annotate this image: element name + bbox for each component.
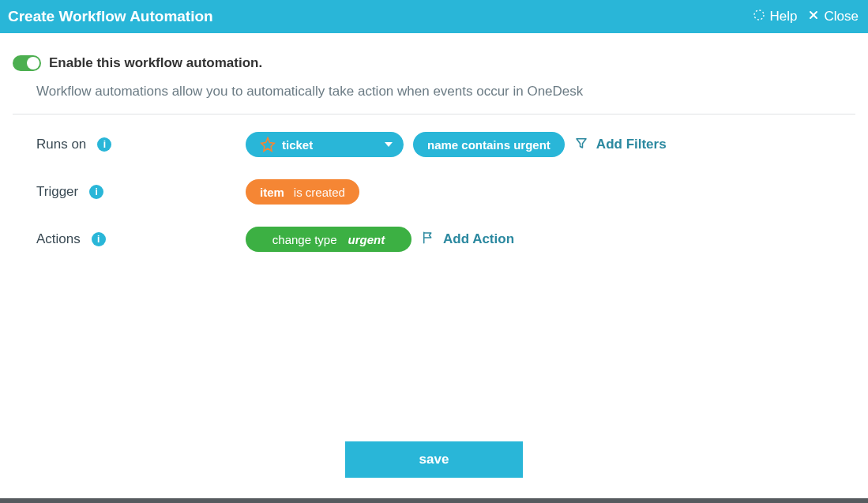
trigger-row: Trigger i item is created	[36, 179, 832, 205]
bottom-strip	[0, 498, 868, 503]
type-value: ticket	[282, 138, 313, 152]
header-actions: Help Close	[750, 9, 862, 25]
filter-pill[interactable]: name contains urgent	[413, 132, 565, 157]
add-action-button[interactable]: Add Action	[421, 231, 514, 249]
divider	[13, 114, 855, 114]
add-filters-label: Add Filters	[596, 137, 667, 152]
trigger-predicate: is created	[294, 186, 345, 199]
modal-header: Create Workflow Automation Help Close	[0, 0, 868, 33]
info-icon[interactable]: i	[89, 185, 103, 199]
close-label: Close	[825, 9, 859, 24]
actions-label: Actions	[36, 231, 81, 247]
modal-title: Create Workflow Automation	[8, 8, 750, 25]
runs-on-label: Runs on	[36, 137, 86, 152]
info-icon[interactable]: i	[97, 137, 111, 152]
help-icon	[753, 9, 765, 25]
modal-content: Enable this workflow automation. Workflo…	[0, 33, 868, 252]
trigger-body: item is created	[246, 179, 359, 205]
filter-text: name contains urgent	[427, 138, 550, 152]
actions-label-wrap: Actions i	[36, 227, 246, 247]
action-value: urgent	[348, 233, 385, 246]
enable-toggle[interactable]	[13, 55, 41, 71]
flag-icon	[421, 231, 435, 249]
save-bar: save	[0, 441, 868, 478]
help-label: Help	[770, 9, 798, 24]
actions-body: change type urgent Add Action	[246, 227, 514, 252]
enable-label: Enable this workflow automation.	[49, 55, 262, 71]
info-icon[interactable]: i	[92, 232, 106, 246]
filter-icon	[574, 136, 588, 154]
help-button[interactable]: Help	[750, 9, 801, 25]
config-section: Runs on i ticket name contains urgent	[13, 132, 855, 252]
actions-row: Actions i change type urgent Add Action	[36, 227, 832, 252]
close-button[interactable]: Close	[804, 9, 862, 25]
trigger-label: Trigger	[36, 184, 78, 200]
runs-on-label-wrap: Runs on i	[36, 132, 246, 152]
action-name: change type	[272, 233, 337, 246]
enable-row: Enable this workflow automation.	[13, 55, 855, 71]
chevron-down-icon	[385, 142, 393, 147]
runs-on-row: Runs on i ticket name contains urgent	[36, 132, 832, 157]
save-button[interactable]: save	[345, 441, 523, 478]
add-action-label: Add Action	[443, 231, 514, 247]
close-icon	[807, 9, 820, 25]
description-text: Workflow automations allow you to automa…	[13, 84, 855, 114]
svg-point-0	[754, 10, 764, 20]
action-pill[interactable]: change type urgent	[246, 227, 411, 252]
trigger-label-wrap: Trigger i	[36, 179, 246, 200]
toggle-knob	[27, 57, 39, 69]
trigger-subject: item	[260, 186, 284, 199]
trigger-pill[interactable]: item is created	[246, 179, 359, 205]
runs-on-body: ticket name contains urgent Add Filters	[246, 132, 667, 157]
ticket-icon	[260, 137, 276, 152]
type-select[interactable]: ticket	[246, 132, 404, 157]
add-filters-button[interactable]: Add Filters	[574, 136, 667, 154]
